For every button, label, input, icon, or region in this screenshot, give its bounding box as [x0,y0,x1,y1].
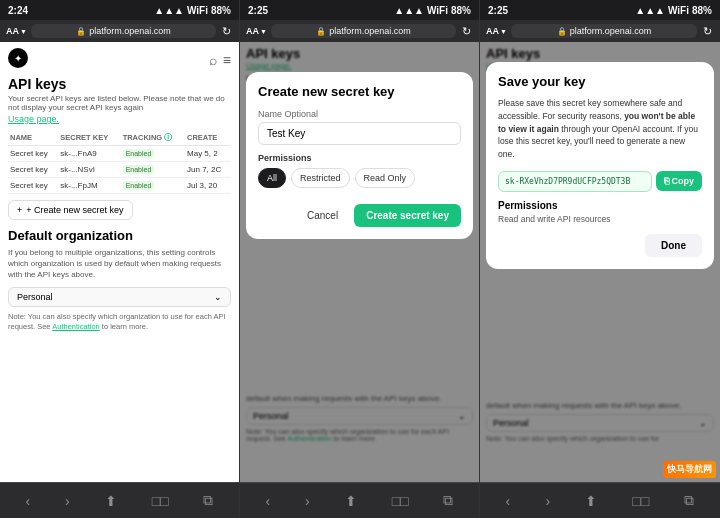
signal-1: ▲▲▲ [154,5,184,16]
wifi-1: WiFi [187,5,208,16]
share-btn-3[interactable]: ⬆ [579,489,603,513]
openai-logo: ✦ [8,48,28,68]
col-create: CREATE [185,130,231,146]
url-text-2: platform.openai.com [329,26,411,36]
lock-icon-1: 🔒 [76,27,86,36]
permissions-label: Permissions [258,153,461,163]
signal-2: ▲▲▲ [394,5,424,16]
forward-btn-3[interactable]: › [539,489,556,513]
save-key-desc: Please save this secret key somewhere sa… [498,97,702,161]
col-name: NAME [8,130,58,146]
create-new-secret-key-button[interactable]: + + Create new secret key [8,200,133,220]
aa-text-1[interactable]: AA ▼ [6,26,27,36]
tabs-btn-2[interactable]: ⧉ [437,488,459,513]
name-label: Name Optional [258,109,461,119]
modal-title: Create new secret key [258,84,461,99]
create-key-modal: Create new secret key Name Optional Perm… [246,72,473,239]
table-row: Secret key sk-...NSvI Enabled Jun 7, 2C [8,162,231,178]
search-icon[interactable]: ⌕ [209,52,217,68]
watermark: 快马导航网 [663,461,716,478]
page-bg-2: API keys Usage page. NAME SECRET KEY TRA… [240,42,479,482]
back-btn-3[interactable]: ‹ [500,489,517,513]
menu-icon[interactable]: ≡ [223,52,231,68]
lock-icon-2: 🔒 [316,27,326,36]
save-key-modal: Save your key Please save this secret ke… [486,62,714,269]
wifi-3: WiFi [668,5,689,16]
col-tracking: TRACKING ⓘ [121,130,185,146]
auth-link[interactable]: Authentication [52,322,100,331]
bottom-toolbar-3: ‹ › ⬆ □□ ⧉ [480,482,720,518]
reload-btn-3[interactable]: ↻ [701,25,714,38]
status-bar-1: 2:24 ▲▲▲ WiFi 88% [0,0,239,20]
save-key-overlay: Save your key Please save this secret ke… [480,42,720,482]
time-1: 2:24 [8,5,28,16]
done-btn-row: Done [498,234,702,257]
share-btn-2[interactable]: ⬆ [339,489,363,513]
save-perms-label: Permissions [498,200,702,211]
plus-icon: + [17,205,22,215]
bookmarks-btn-1[interactable]: □□ [146,489,175,513]
save-key-title: Save your key [498,74,702,89]
default-org-desc: If you belong to multiple organizations,… [8,247,231,281]
wifi-2: WiFi [427,5,448,16]
api-key-value: sk-RXeVhzD7PR9dUCFPz5QDT3B [498,171,652,192]
table-row: Secret key sk-...FpJM Enabled Jul 3, 20 [8,178,231,194]
time-3: 2:25 [488,5,508,16]
chevron-down-icon: ⌄ [214,292,222,302]
create-secret-key-button[interactable]: Create secret key [354,204,461,227]
tabs-btn-3[interactable]: ⧉ [678,488,700,513]
status-bar-2: 2:25 ▲▲▲ WiFi 88% [240,0,479,20]
modal-actions: Cancel Create secret key [258,204,461,227]
status-bar-3: 2:25 ▲▲▲ WiFi 88% [480,0,720,20]
url-bar-3[interactable]: 🔒 platform.openai.com [511,24,697,38]
copy-button[interactable]: ⎘ Copy [656,171,703,191]
org-select[interactable]: Personal ⌄ [8,287,231,307]
tabs-btn-1[interactable]: ⧉ [197,488,219,513]
page-content-1: ✦ ⌕ ≡ API keys Your secret API keys are … [0,42,239,482]
url-bar-2[interactable]: 🔒 platform.openai.com [271,24,456,38]
url-text-1: platform.openai.com [89,26,171,36]
aa-text-3[interactable]: AA ▼ [486,26,507,36]
api-keys-desc: Your secret API keys are listed below. P… [8,94,231,112]
aa-text-2[interactable]: AA ▼ [246,26,267,36]
bookmarks-btn-3[interactable]: □□ [626,489,655,513]
panel-1: 2:24 ▲▲▲ WiFi 88% AA ▼ 🔒 platform.openai… [0,0,240,518]
forward-btn-2[interactable]: › [299,489,316,513]
bookmarks-btn-2[interactable]: □□ [386,489,415,513]
keys-table: NAME SECRET KEY TRACKING ⓘ CREATE [8,130,231,194]
page-content-3: API keys Usage page. Save your key Pleas… [480,42,720,482]
default-org-title: Default organization [8,228,231,243]
save-perms-desc: Read and write API resources [498,214,702,224]
lock-icon-3: 🔒 [557,27,567,36]
name-input[interactable] [258,122,461,145]
tracking-info-icon: ⓘ [164,132,172,143]
url-bar-1[interactable]: 🔒 platform.openai.com [31,24,216,38]
share-btn-1[interactable]: ⬆ [99,489,123,513]
bottom-toolbar-2: ‹ › ⬆ □□ ⧉ [240,482,479,518]
perm-readonly-button[interactable]: Read Only [355,168,416,188]
reload-btn-1[interactable]: ↻ [220,25,233,38]
battery-3: 88% [692,5,712,16]
browser-chrome-3: AA ▼ 🔒 platform.openai.com ↻ [480,20,720,42]
reload-btn-2[interactable]: ↻ [460,25,473,38]
battery-2: 88% [451,5,471,16]
forward-btn-1[interactable]: › [59,489,76,513]
col-secret: SECRET KEY [58,130,120,146]
back-btn-1[interactable]: ‹ [19,489,36,513]
usage-link-1[interactable]: Usage page. [8,114,231,124]
signal-3: ▲▲▲ [635,5,665,16]
perm-all-button[interactable]: All [258,168,286,188]
browser-chrome-1: AA ▼ 🔒 platform.openai.com ↻ [0,20,239,42]
table-row: Secret key sk-...FnA9 Enabled May 5, 2 [8,146,231,162]
page-title-1: API keys [8,76,231,92]
key-copy-row: sk-RXeVhzD7PR9dUCFPz5QDT3B ⎘ Copy [498,171,702,192]
back-btn-2[interactable]: ‹ [259,489,276,513]
panel-2: 2:25 ▲▲▲ WiFi 88% AA ▼ 🔒 platform.openai… [240,0,480,518]
cancel-button[interactable]: Cancel [299,206,346,225]
note-text: Note: You can also specify which organiz… [8,312,231,333]
browser-chrome-2: AA ▼ 🔒 platform.openai.com ↻ [240,20,479,42]
battery-1: 88% [211,5,231,16]
done-button[interactable]: Done [645,234,702,257]
copy-icon: ⎘ [664,176,669,186]
perm-restricted-button[interactable]: Restricted [291,168,350,188]
